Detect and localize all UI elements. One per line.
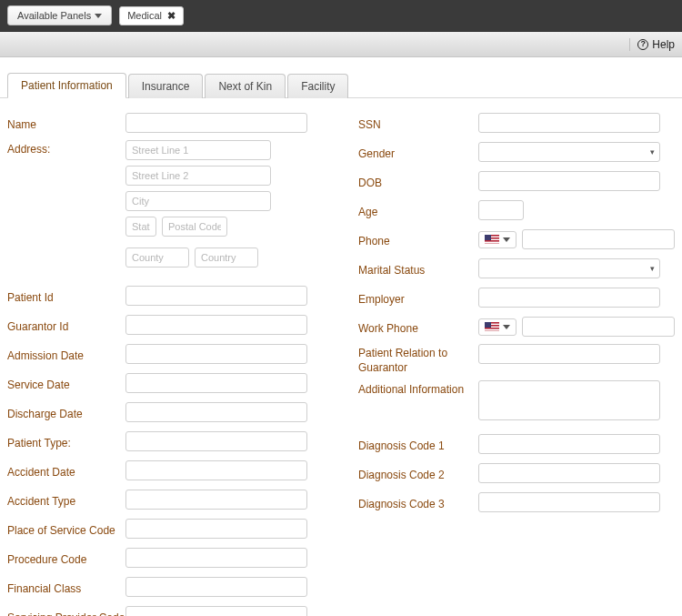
address-label: Address: <box>7 140 125 156</box>
accident-type-label: Accident Type <box>7 492 125 508</box>
service-date-input[interactable] <box>125 373 307 393</box>
toolbar: ? Help <box>0 32 682 57</box>
employer-label: Employer <box>358 290 478 306</box>
additional-info-textarea[interactable] <box>478 380 660 420</box>
close-icon[interactable]: ✖ <box>167 10 176 22</box>
ssn-input[interactable] <box>478 113 660 133</box>
address-county-input[interactable] <box>125 247 189 268</box>
dx1-input[interactable] <box>478 434 660 454</box>
dob-input[interactable] <box>478 171 660 191</box>
servicing-provider-input[interactable] <box>125 606 307 616</box>
help-icon: ? <box>637 39 648 50</box>
service-date-label: Service Date <box>7 376 125 391</box>
age-label: Age <box>358 203 478 218</box>
procedure-code-input[interactable] <box>125 548 307 568</box>
marital-status-label: Marital Status <box>358 261 478 277</box>
procedure-code-label: Procedure Code <box>7 550 125 566</box>
admission-date-label: Admission Date <box>7 347 125 362</box>
financial-class-input[interactable] <box>125 577 307 597</box>
tab-next-of-kin[interactable]: Next of Kin <box>205 74 286 98</box>
age-input[interactable] <box>478 200 524 220</box>
tab-patient-information[interactable]: Patient Information <box>7 73 126 98</box>
address-postal-input[interactable] <box>162 217 227 237</box>
chevron-down-icon <box>95 14 102 18</box>
pos-code-input[interactable] <box>125 519 307 539</box>
tab-facility[interactable]: Facility <box>287 74 348 98</box>
marital-status-select[interactable] <box>478 258 660 278</box>
pos-code-label: Place of Service Code <box>7 521 125 537</box>
employer-input[interactable] <box>478 288 660 308</box>
patient-type-input[interactable] <box>125 431 307 451</box>
panel-tab-medical[interactable]: Medical ✖ <box>119 6 184 25</box>
work-phone-label: Work Phone <box>358 319 478 335</box>
servicing-provider-label: Servicing Provider Code <box>7 609 125 617</box>
work-phone-input[interactable] <box>522 317 675 337</box>
relation-input[interactable] <box>478 344 660 364</box>
discharge-date-input[interactable] <box>125 402 307 422</box>
gender-select[interactable] <box>478 142 660 162</box>
right-column: SSN Gender DOB Age Phone <box>358 111 675 616</box>
us-flag-icon <box>485 235 499 245</box>
topbar: Available Panels Medical ✖ <box>0 0 682 32</box>
patient-id-label: Patient Id <box>7 288 125 304</box>
address-street1-input[interactable] <box>125 140 271 160</box>
panel-tab-label: Medical <box>127 10 162 21</box>
dx3-label: Diagnosis Code 3 <box>358 495 478 510</box>
patient-type-label: Patient Type: <box>7 434 125 449</box>
dob-label: DOB <box>358 174 478 189</box>
gender-label: Gender <box>358 145 478 160</box>
address-street2-input[interactable] <box>125 166 271 186</box>
accident-date-label: Accident Date <box>7 463 125 479</box>
name-label: Name <box>7 116 125 131</box>
chevron-down-icon <box>503 325 510 329</box>
guarantor-id-input[interactable] <box>125 315 307 335</box>
dx3-input[interactable] <box>478 492 660 512</box>
available-panels-label: Available Panels <box>17 10 91 21</box>
tab-insurance[interactable]: Insurance <box>128 74 204 98</box>
address-country-input[interactable] <box>195 247 258 268</box>
patient-form: Name Address: Patient Id <box>0 98 682 616</box>
dx2-input[interactable] <box>478 463 660 483</box>
phone-country-dropdown[interactable] <box>478 231 517 248</box>
discharge-date-label: Discharge Date <box>7 405 125 420</box>
name-input[interactable] <box>125 113 307 133</box>
address-city-input[interactable] <box>125 191 271 211</box>
dx1-label: Diagnosis Code 1 <box>358 437 478 452</box>
phone-input[interactable] <box>522 229 675 249</box>
dx2-label: Diagnosis Code 2 <box>358 466 478 481</box>
phone-label: Phone <box>358 232 478 247</box>
help-button[interactable]: ? Help <box>629 38 675 51</box>
help-label: Help <box>652 38 675 51</box>
patient-id-input[interactable] <box>125 286 307 306</box>
chevron-down-icon <box>503 237 510 242</box>
work-phone-country-dropdown[interactable] <box>478 318 517 336</box>
guarantor-id-label: Guarantor Id <box>7 318 125 333</box>
left-column: Name Address: Patient Id <box>7 111 322 616</box>
relation-label: Patient Relation to Guarantor <box>358 344 478 375</box>
financial-class-label: Financial Class <box>7 580 125 595</box>
ssn-label: SSN <box>358 116 478 131</box>
address-state-input[interactable] <box>125 217 156 237</box>
tabstrip: Patient Information Insurance Next of Ki… <box>0 57 682 98</box>
admission-date-input[interactable] <box>125 344 307 364</box>
accident-type-input[interactable] <box>125 490 307 510</box>
accident-date-input[interactable] <box>125 460 307 480</box>
available-panels-button[interactable]: Available Panels <box>7 5 112 25</box>
additional-info-label: Additional Information <box>358 380 478 396</box>
us-flag-icon <box>485 322 499 332</box>
